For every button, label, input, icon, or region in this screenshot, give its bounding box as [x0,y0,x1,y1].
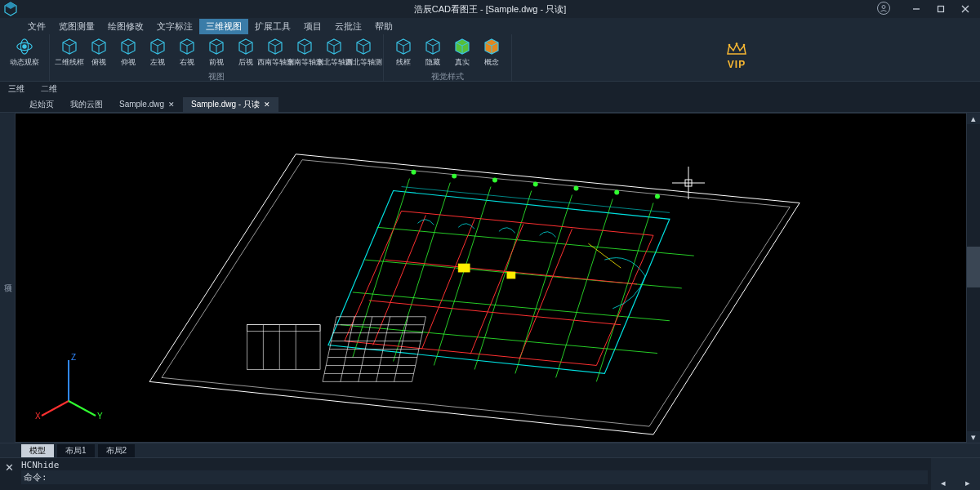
ribbon-btn-右视[interactable]: 右视 [172,36,202,69]
scroll-left-icon[interactable]: ◂ [941,478,946,488]
svg-line-28 [187,42,194,46]
ribbon-label: 隐藏 [425,57,440,68]
app-logo-icon [3,2,18,16]
svg-point-88 [452,174,457,179]
menu-item-7[interactable]: 云批注 [328,19,368,34]
ribbon-label: 动态观察 [10,57,39,68]
scroll-right-icon[interactable]: ▸ [965,478,970,488]
layout-tab-模型[interactable]: 模型 [21,444,54,457]
cube-icon [178,38,196,56]
svg-text:Z: Z [71,353,76,362]
vip-badge[interactable]: VIP [725,42,748,70]
cube-icon [394,38,412,56]
ribbon-btn-仰视[interactable]: 仰视 [114,36,143,69]
svg-point-89 [492,178,497,183]
svg-line-126 [42,401,69,416]
svg-line-51 [357,42,363,46]
doc-tab-label: 我的云图 [70,99,103,110]
svg-line-44 [305,42,311,46]
svg-line-48 [334,42,341,46]
ribbon-group-0: 动态观察 [0,34,50,81]
svg-line-97 [470,224,523,354]
svg-line-19 [122,42,128,46]
layout-tab-布局1[interactable]: 布局1 [57,444,95,457]
scroll-thumb[interactable] [967,247,980,287]
svg-line-56 [403,42,410,46]
svg-text:Y: Y [97,412,103,421]
title-bar: 浩辰CAD看图王 - [Sample.dwg - 只读] [0,0,980,18]
ribbon-btn-左视[interactable]: 左视 [143,36,172,69]
svg-marker-94 [345,211,653,365]
doc-tab-label: Sample.dwg - 只读 [191,99,260,110]
user-icon[interactable] [877,2,890,15]
ribbon-group-1: 二维线框俯视仰视左视右视前视后视西南等轴测东南等轴测东北等轴测西北等轴测视图 [50,34,384,81]
layout-tab-布局2[interactable]: 布局2 [98,444,136,457]
doc-tab-0[interactable]: 起始页 [21,97,62,112]
project-side-panel[interactable]: 项目 [0,113,15,443]
menu-item-3[interactable]: 文字标注 [150,19,199,34]
menu-item-6[interactable]: 项目 [297,19,328,34]
cube-icon [453,38,471,56]
cube-icon [207,38,225,56]
ribbon-btn-俯视[interactable]: 俯视 [84,36,114,69]
ribbon-btn-真实[interactable]: 真实 [448,36,477,69]
drawing-canvas[interactable]: Z X Y [15,113,967,443]
menu-item-1[interactable]: 览图测量 [52,19,101,34]
command-history: HCNhide [21,460,928,470]
scroll-down-icon[interactable]: ▾ [967,431,980,443]
svg-point-93 [655,194,660,199]
ribbon-btn-概念[interactable]: 概念 [477,36,506,69]
ribbon-label: 仰视 [121,57,136,68]
cube-icon [119,38,137,56]
minimize-button[interactable] [905,2,928,16]
svg-line-82 [596,203,653,381]
mode-tab-二维[interactable]: 二维 [33,82,65,96]
ribbon-btn-西北等轴测[interactable]: 西北等轴测 [349,36,378,69]
svg-point-71 [736,42,738,45]
svg-line-35 [239,42,246,46]
svg-point-87 [411,170,416,175]
svg-line-43 [298,42,305,46]
svg-line-95 [373,215,426,345]
svg-line-32 [216,42,223,46]
mode-tab-三维[interactable]: 三维 [0,82,33,96]
ribbon-btn-动态观察[interactable]: 动态观察 [5,36,44,69]
ribbon-btn-线框[interactable]: 线框 [389,36,418,69]
close-button[interactable] [954,2,977,16]
maximize-button[interactable] [929,2,952,16]
doc-tab-1[interactable]: 我的云图 [62,97,111,112]
close-icon[interactable]: ✕ [168,100,175,109]
ribbon-btn-隐藏[interactable]: 隐藏 [418,36,448,69]
window-controls [905,0,977,18]
menu-item-4[interactable]: 三维视图 [199,19,248,34]
svg-line-16 [99,42,105,46]
menu-item-2[interactable]: 绘图修改 [101,19,150,34]
vertical-scrollbar[interactable]: ▴ ▾ [967,113,980,443]
svg-line-11 [63,42,69,46]
ribbon-group-label: 视图 [208,71,225,82]
svg-line-60 [433,42,439,46]
ribbon-label: 二维线框 [55,57,84,68]
close-icon[interactable]: ✕ [264,100,270,109]
menu-item-0[interactable]: 文件 [21,19,52,34]
svg-point-92 [614,190,619,195]
svg-line-52 [363,42,370,46]
ribbon: 动态观察二维线框俯视仰视左视右视前视后视西南等轴测东南等轴测东北等轴测西北等轴测… [0,34,980,82]
menu-item-8[interactable]: 帮助 [368,19,399,34]
ribbon-btn-二维线框[interactable]: 二维线框 [55,36,84,69]
scroll-track[interactable] [967,124,980,431]
scroll-up-icon[interactable]: ▴ [967,113,980,124]
command-input[interactable]: 命令: [21,470,928,484]
command-close-icon[interactable]: ✕ [0,458,18,490]
menu-item-5[interactable]: 扩展工具 [248,19,297,34]
svg-point-72 [743,44,746,47]
svg-line-127 [69,401,96,416]
ribbon-btn-前视[interactable]: 前视 [202,36,231,69]
doc-tab-2[interactable]: Sample.dwg✕ [111,98,183,110]
svg-line-100 [369,301,621,325]
doc-tab-3[interactable]: Sample.dwg - 只读✕ [183,97,278,112]
svg-marker-1 [5,2,16,9]
svg-line-15 [92,42,99,46]
cube-icon [149,38,167,56]
command-scroll[interactable]: ◂ ▸ [931,458,980,490]
